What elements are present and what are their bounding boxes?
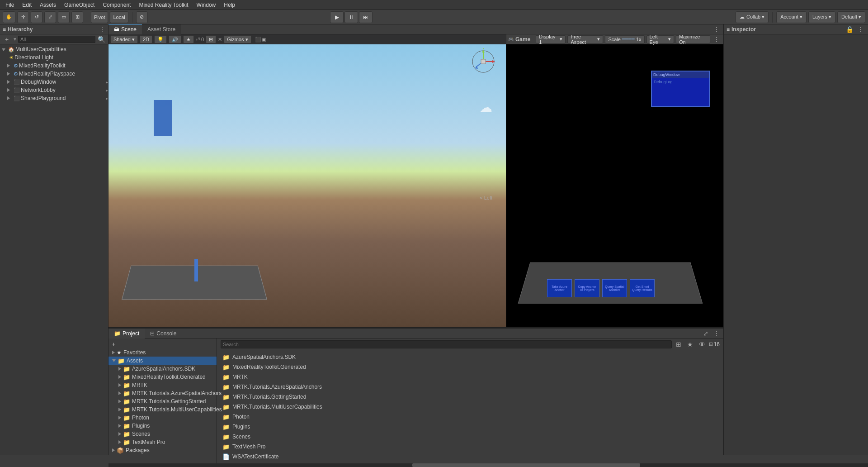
tab-scene[interactable]: 🏔 Scene [108, 24, 142, 34]
asset-photon[interactable]: 📁 Photon [221, 413, 720, 421]
mrtk-getting-item[interactable]: 📁 MRTK.Tutorials.GettingStarted [108, 397, 217, 405]
menu-component[interactable]: Component [99, 0, 134, 10]
scale-tool-btn[interactable]: ⤢ [44, 11, 56, 23]
tree-item-directional-light[interactable]: ☀ Directional Light [0, 53, 108, 62]
asset-mrtk[interactable]: 📁 MRTK [221, 373, 720, 381]
hierarchy-search-input[interactable] [18, 36, 95, 43]
gizmos-dropdown[interactable]: Gizmos ▾ [224, 35, 251, 43]
inspector-menu-btn[interactable]: ⋮ [855, 24, 865, 34]
scale-control[interactable]: Scale ━━━━ 1x [605, 35, 644, 43]
asset-search-input[interactable] [221, 340, 672, 348]
display-dropdown[interactable]: Display 1▾ [536, 35, 566, 43]
asset-plugins[interactable]: 📁 Plugins [221, 423, 720, 431]
audio-btn[interactable]: 🔊 [169, 35, 181, 43]
mrtk-az-item[interactable]: 📁 MRTK.Tutorials.AzureSpatialAnchors [108, 389, 217, 397]
fx-btn[interactable]: ★ [183, 35, 194, 43]
hand-tool-btn[interactable]: ✋ [3, 11, 15, 23]
move-tool-btn[interactable]: ✛ [17, 11, 29, 23]
asset-mrtk-getting[interactable]: 📁 MRTK.Tutorials.GettingStarted [221, 393, 720, 401]
game-view[interactable]: 🎮 Game Display 1▾ Free Aspect▾ Scale [506, 34, 723, 327]
eye-dropdown[interactable]: Left Eye▾ [646, 35, 674, 43]
packages-item[interactable]: 📦 Packages [108, 446, 217, 454]
tab-asset-store[interactable]: Asset Store [142, 24, 181, 34]
rect-tool-btn[interactable]: ▭ [58, 11, 70, 23]
mrtk-gen-arrow [118, 375, 121, 379]
tree-item-debugwindow[interactable]: ⬛ DebugWindow ▸ [0, 78, 108, 86]
scene-gizmo[interactable]: Y [470, 48, 497, 75]
mrtk-generated-item[interactable]: 📁 MixedRealityToolkit.Generated [108, 373, 217, 381]
assets-root-item[interactable]: 📁 Assets [108, 357, 217, 365]
aspect-dropdown[interactable]: Free Aspect▾ [567, 35, 603, 43]
2d-btn[interactable]: 2D [140, 35, 152, 43]
hierarchy-add-btn[interactable]: + [2, 34, 12, 44]
bottom-scrollbar[interactable] [108, 463, 868, 467]
rotate-tool-btn[interactable]: ↺ [31, 11, 42, 23]
menu-edit[interactable]: Edit [19, 0, 35, 10]
play-button[interactable]: ▶ [330, 11, 344, 23]
local-btn[interactable]: Local [110, 11, 128, 23]
menu-help[interactable]: Help [220, 0, 239, 10]
mrtk-multi-item[interactable]: 📁 MRTK.Tutorials.MultiUserCapabilities [108, 405, 217, 414]
pivot-btn[interactable]: Pivot [91, 11, 108, 23]
menu-file[interactable]: File [2, 0, 18, 10]
hierarchy-toolbar: + ▼ 🔍 [0, 34, 108, 44]
bottom-scrollbar-thumb[interactable] [412, 463, 640, 467]
textmesh-item[interactable]: 📁 TextMesh Pro [108, 438, 217, 446]
account-dropdown[interactable]: Account ▾ [776, 11, 807, 23]
hierarchy-search-btn[interactable]: 🔍 [96, 34, 106, 44]
bottom-panel: 📁 Project ⊟ Console ⤢ ⋮ + [108, 329, 723, 455]
asset-textmesh[interactable]: 📁 TextMesh Pro [221, 443, 720, 451]
tab-console[interactable]: ⊟ Console [145, 329, 182, 338]
asset-mrtk-multi[interactable]: 📁 MRTK.Tutorials.MultiUserCapabilities [221, 403, 720, 411]
layers-dropdown[interactable]: Layers ▾ [808, 11, 835, 23]
step-button[interactable]: ⏭ [359, 11, 373, 23]
tree-item-networklobby[interactable]: ⬛ NetworkLobby ▸ [0, 86, 108, 94]
bottom-panel-menu[interactable]: ⋮ [712, 329, 722, 338]
transform-tool-btn[interactable]: ⊞ [71, 11, 83, 23]
asset-mrtk-az[interactable]: 📁 MRTK.Tutorials.AzureSpatialAnchors [221, 383, 720, 391]
inspector-lock-btn[interactable]: 🔒 [844, 24, 854, 34]
bottom-expand-btn[interactable]: ⤢ [701, 329, 711, 338]
favorites-item[interactable]: ★ Favorites [108, 348, 217, 357]
hierarchy-sort-icon: ▼ [13, 37, 17, 42]
menu-assets[interactable]: Assets [36, 0, 60, 10]
lighting-btn[interactable]: 💡 [154, 35, 167, 43]
azurespatial-item[interactable]: 📁 AzureSpatialAnchors.SDK [108, 365, 217, 373]
asset-eye-btn[interactable]: 👁 [697, 339, 707, 349]
networklobby-expand: ▸ [106, 88, 108, 93]
tree-item-sharedplayground[interactable]: ⬛ SharedPlayground ▸ [0, 94, 108, 102]
pause-button[interactable]: ⏸ [344, 11, 358, 23]
tree-item-playspace[interactable]: ⚙ MixedRealityPlayspace [0, 70, 108, 78]
tree-item-mrtk[interactable]: ⚙ MixedRealityToolkit [0, 62, 108, 70]
maximize-btn[interactable]: Maximize On [676, 35, 710, 43]
asset-mrtk-generated[interactable]: 📁 MixedRealityToolkit.Generated [221, 363, 720, 371]
bottom-add-btn[interactable]: + [108, 340, 217, 348]
asset-az-sdk[interactable]: 📁 AzureSpatialAnchors.SDK [221, 353, 720, 361]
asset-scenes[interactable]: 📁 Scenes [221, 433, 720, 441]
menu-mrtk[interactable]: Mixed Reality Toolkit [135, 0, 192, 10]
scene-extra-btn[interactable]: ⊞ [206, 35, 216, 43]
shading-dropdown[interactable]: Shaded▾ [110, 35, 138, 43]
scene-view[interactable]: Shaded▾ 2D 💡 🔊 ★ ⏎ 0 ⊞ ✕ Gizmos ▾ ⬛▣ [108, 34, 506, 327]
photon-item[interactable]: 📁 Photon [108, 414, 217, 422]
scenes-icon: 📁 [123, 431, 130, 438]
main-layout: ≡ Hierarchy ⋮ + ▼ 🔍 🏠 MultiUserCapabilit… [0, 24, 868, 455]
asset-filter-btn[interactable]: ⊞ [674, 339, 684, 349]
menu-window[interactable]: Window [193, 0, 220, 10]
scenes-item[interactable]: 📁 Scenes [108, 430, 217, 438]
tree-item-root[interactable]: 🏠 MultiUserCapabilities [0, 45, 108, 53]
scenes-label: Scenes [132, 431, 150, 437]
plugins-item[interactable]: 📁 Plugins [108, 422, 217, 430]
game-card-1: Take Azure Anchor [547, 279, 572, 297]
hierarchy-menu-btn[interactable]: ⋮ [100, 26, 105, 33]
layout-dropdown[interactable]: Default ▾ [837, 11, 865, 23]
collab-button[interactable]: ☁ Collab ▾ [736, 11, 769, 23]
asset-bookmark-btn[interactable]: ★ [685, 339, 695, 349]
tab-project[interactable]: 📁 Project [108, 329, 145, 338]
extra-tool-1[interactable]: ⊘ [136, 11, 148, 23]
asset-wsa-cert[interactable]: 📄 WSATestCertificate [221, 453, 720, 461]
menu-gameobject[interactable]: GameObject [61, 0, 98, 10]
mrtk-item[interactable]: 📁 MRTK [108, 381, 217, 389]
game-panel-menu[interactable]: ⋮ [712, 34, 722, 44]
scene-panel-menu[interactable]: ⋮ [712, 24, 722, 34]
